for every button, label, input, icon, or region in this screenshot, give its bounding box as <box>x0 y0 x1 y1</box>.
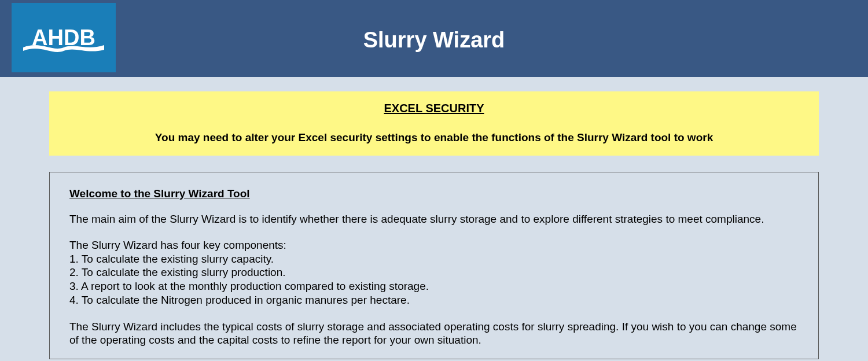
ahdb-logo: AHDB <box>12 3 116 72</box>
list-item: 3. A report to look at the monthly produ… <box>69 279 801 293</box>
page-header: AHDB Slurry Wizard <box>0 0 868 77</box>
logo-text: AHDB <box>32 25 95 50</box>
components-list: 1. To calculate the existing slurry capa… <box>69 252 801 307</box>
security-heading: EXCEL SECURITY <box>67 102 801 115</box>
security-text: You may need to alter your Excel securit… <box>67 131 801 144</box>
page-title: Slurry Wizard <box>363 28 505 53</box>
components-intro: The Slurry Wizard has four key component… <box>69 238 801 252</box>
list-item: 1. To calculate the existing slurry capa… <box>69 252 801 266</box>
costs-paragraph: The Slurry Wizard includes the typical c… <box>69 320 801 348</box>
content-area: EXCEL SECURITY You may need to alter you… <box>0 77 868 359</box>
welcome-heading: Welcome to the Slurry Wizard Tool <box>69 187 801 200</box>
welcome-main-aim: The main aim of the Slurry Wizard is to … <box>69 213 801 226</box>
security-banner: EXCEL SECURITY You may need to alter you… <box>49 91 819 156</box>
list-item: 2. To calculate the existing slurry prod… <box>69 266 801 279</box>
welcome-box: Welcome to the Slurry Wizard Tool The ma… <box>49 172 819 359</box>
list-item: 4. To calculate the Nitrogen produced in… <box>69 293 801 307</box>
